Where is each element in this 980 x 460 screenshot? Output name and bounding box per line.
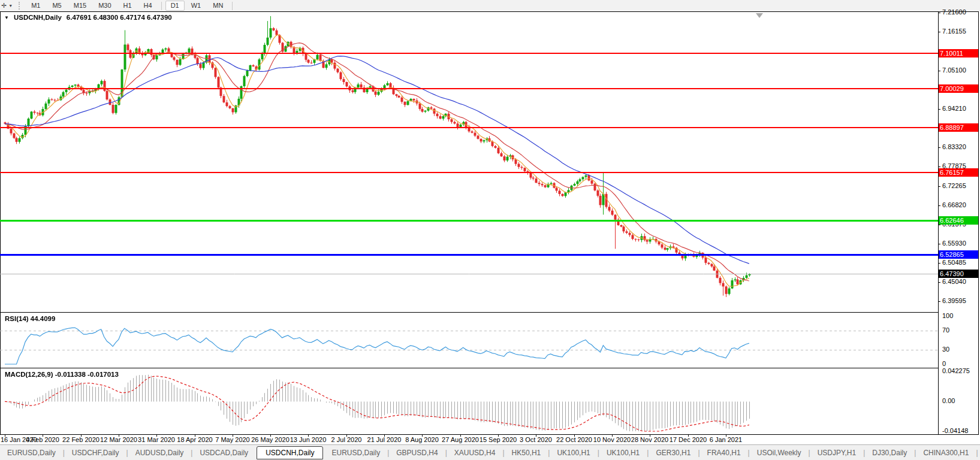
chart-tab-eurusd-daily[interactable]: EURUSD,Daily — [324, 447, 387, 459]
chart-tab-usoil-weekly[interactable]: USOil,Weekly — [750, 447, 809, 459]
chart-tab-audusd-daily[interactable]: AUDUSD,Daily — [128, 447, 191, 459]
price-axis-tick-mark — [938, 301, 940, 302]
date-axis-label: 21 Jul 2020 — [367, 436, 402, 443]
level-price-badge: 6.52865 — [939, 250, 978, 259]
chart-tab-bar: EURUSD,Daily|USDCHF,Daily|AUDUSD,Daily|U… — [0, 444, 980, 460]
timeframe-button-m30[interactable]: M30 — [93, 1, 116, 11]
price-axis-label: 7.21600 — [942, 8, 966, 16]
macd-pane-divider[interactable] — [0, 368, 938, 368]
date-axis-label: 31 Mar 2020 — [138, 436, 175, 443]
price-axis-tick-mark — [938, 147, 940, 148]
price-axis-tick-mark — [938, 263, 940, 264]
level-price-badge: 7.00029 — [939, 84, 978, 93]
date-axis-label: 2 Jul 2020 — [331, 436, 362, 443]
rsi-label: RSI(14) 44.4099 — [5, 315, 55, 322]
chart-tab-fra40-h1[interactable]: FRA40,H1 — [700, 447, 748, 459]
level-price-badge: 7.10011 — [939, 49, 978, 58]
date-axis-label: 17 Dec 2020 — [670, 436, 707, 443]
dropdown-caret-icon: ▼ — [8, 4, 13, 8]
timeframe-button-m5[interactable]: M5 — [47, 1, 67, 11]
price-axis-label: 6.50485 — [942, 259, 966, 266]
price-axis-tick-mark — [938, 13, 940, 13]
price-axis-tick-mark — [938, 225, 940, 225]
chart-shift-marker-icon[interactable] — [756, 13, 763, 18]
level-price-badge: 6.76157 — [939, 168, 978, 177]
toolbar-separator — [232, 2, 233, 10]
date-axis-label: 8 Aug 2020 — [405, 436, 439, 443]
price-axis-label: 6.45040 — [942, 278, 966, 285]
price-axis-label: 6.39595 — [942, 297, 966, 304]
level-price-badge: 6.62646 — [939, 216, 978, 225]
price-axis-tick-mark — [938, 71, 940, 71]
date-axis-label: 15 Sep 2020 — [480, 436, 517, 443]
rsi-axis-label: 70 — [942, 326, 949, 334]
price-axis-label: 7.05100 — [942, 66, 966, 74]
cursor-tool-button[interactable]: ✛ ▼ — [0, 0, 16, 11]
date-axis-label: 26 May 2020 — [251, 436, 290, 443]
rsi-axis-label: 0 — [942, 360, 946, 367]
rsi-indicator-canvas[interactable] — [0, 313, 938, 368]
macd-axis-label: 0.00 — [942, 397, 955, 404]
price-axis-label: 7.16155 — [942, 28, 966, 35]
price-axis-tick-mark — [938, 282, 940, 283]
date-axis-label: 22 Oct 2020 — [556, 436, 592, 443]
timeframe-button-mn[interactable]: MN — [207, 1, 228, 11]
price-axis-tick-mark — [938, 244, 940, 244]
price-axis-tick-mark — [938, 205, 940, 206]
price-axis-tick-mark — [938, 32, 940, 32]
chart-title: ▼ USDCNH,Daily 6.47691 6.48300 6.47174 6… — [4, 14, 172, 21]
rsi-axis-label: 100 — [942, 312, 953, 319]
price-axis-label: 6.83320 — [942, 143, 966, 150]
current-price-badge: 6.47390 — [939, 270, 978, 278]
date-axis-label: 28 Nov 2020 — [631, 436, 668, 443]
chart-title-collapse-icon[interactable]: ▼ — [4, 15, 9, 20]
chart-tab-usdcad-daily[interactable]: USDCAD,Daily — [192, 447, 255, 459]
chart-tab-dj30-daily[interactable]: DJ30,Daily — [865, 447, 914, 459]
date-axis-label: 4 Feb 2020 — [26, 436, 59, 443]
date-axis[interactable]: 16 Jan 20204 Feb 202022 Feb 202012 Mar 2… — [0, 435, 980, 444]
price-axis-tick-mark — [938, 109, 940, 110]
date-axis-label: 18 Apr 2020 — [177, 436, 212, 443]
timeframe-button-w1[interactable]: W1 — [186, 1, 207, 11]
chart-tab-xauusd-h4[interactable]: XAUUSD,H4 — [447, 447, 503, 459]
chart-tab-eurusd-daily[interactable]: EURUSD,Daily — [0, 447, 63, 459]
date-axis-label: 7 May 2020 — [215, 436, 249, 443]
date-axis-label: 6 Jan 2021 — [710, 436, 742, 443]
price-axis-label: 6.66820 — [942, 201, 966, 208]
timeframe-toolbar: ✛ ▼ M1M5M15M30H1H4D1W1MN — [0, 0, 980, 11]
timeframe-buttons: M1M5M15M30H1H4D1W1MN — [25, 0, 236, 11]
rsi-pane-divider[interactable] — [0, 312, 938, 313]
chart-tab-usoil-[interactable]: USOil, — [978, 447, 980, 459]
timeframe-button-m1[interactable]: M1 — [26, 1, 46, 11]
chart-tab-uk100-h1[interactable]: UK100,H1 — [599, 447, 647, 459]
chart-ohlc-values: 6.47691 6.48300 6.47174 6.47390 — [67, 14, 172, 21]
macd-axis-label: -0.04148 — [942, 427, 968, 434]
macd-indicator-canvas[interactable] — [0, 368, 938, 435]
price-chart-canvas[interactable] — [0, 12, 938, 313]
timeframe-button-m15[interactable]: M15 — [68, 1, 92, 11]
chart-tab-usdjpy-h1[interactable]: USDJPY,H1 — [810, 447, 863, 459]
chart-tabs: EURUSD,Daily|USDCHF,Daily|AUDUSD,Daily|U… — [0, 446, 980, 459]
chart-tab-ger30-h1[interactable]: GER30,H1 — [649, 447, 698, 459]
mt4-window: ✛ ▼ M1M5M15M30H1H4D1W1MN ▼ USDCNH,Daily … — [0, 0, 980, 460]
timeframe-button-d1[interactable]: D1 — [165, 1, 185, 11]
toolbar-grip[interactable] — [19, 2, 23, 10]
level-price-badge: 6.88897 — [939, 123, 978, 132]
price-axis-label: 6.55930 — [942, 240, 966, 247]
macd-axis-label: 0.042275 — [942, 367, 970, 374]
timeframe-button-h1[interactable]: H1 — [118, 1, 137, 11]
chart-tab-uk100-h1[interactable]: UK100,H1 — [550, 447, 597, 459]
chart-tab-hk50-h1[interactable]: HK50,H1 — [505, 447, 548, 459]
crosshair-icon: ✛ — [1, 2, 7, 10]
rsi-axis-label: 30 — [942, 346, 949, 353]
chart-tab-usdchf-daily[interactable]: USDCHF,Daily — [65, 447, 126, 459]
price-axis-tick-mark — [938, 186, 940, 187]
date-axis-label: 13 Jun 2020 — [290, 436, 327, 443]
price-axis-label: 6.72265 — [942, 182, 966, 189]
chart-tab-gbpusd-h4[interactable]: GBPUSD,H4 — [389, 447, 445, 459]
chart-symbol-label: USDCNH,Daily — [14, 14, 62, 21]
chart-tab-china300-h1[interactable]: CHINA300,H1 — [916, 447, 976, 459]
toolbar-separator — [161, 2, 162, 10]
timeframe-button-h4[interactable]: H4 — [138, 1, 158, 11]
chart-tab-usdcnh-daily[interactable]: USDCNH,Daily — [257, 446, 323, 459]
